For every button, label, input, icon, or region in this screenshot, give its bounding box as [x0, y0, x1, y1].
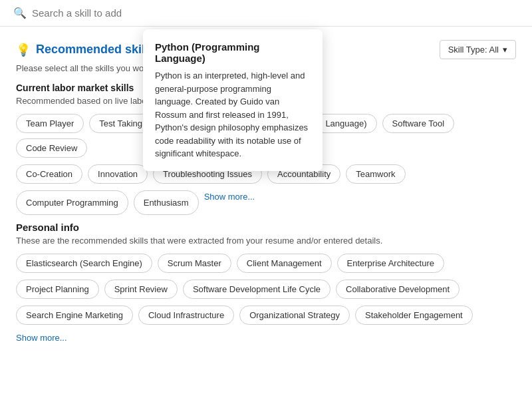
tag-co-creation[interactable]: Co-Creation — [16, 164, 82, 184]
skill-type-button[interactable]: Skill Type: All ▾ — [440, 40, 516, 59]
python-popover: Python (Programming Language) Python is … — [143, 29, 323, 171]
tag-stakeholder-engagement[interactable]: Stakeholder Engagement — [355, 305, 473, 325]
popover-title: Python (Programming Language) — [155, 41, 311, 64]
tag-enthusiasm[interactable]: Enthusiasm — [134, 190, 199, 215]
tag-code-review[interactable]: Code Review — [16, 138, 87, 158]
search-icon: 🔍 — [13, 7, 27, 19]
tag-client-management[interactable]: Client Management — [237, 254, 332, 273]
personal-info-section: Personal info These are the recommended … — [16, 222, 516, 356]
tag-project-planning[interactable]: Project Planning — [16, 280, 99, 299]
tag-sem[interactable]: Search Engine Marketing — [16, 305, 133, 325]
tag-organizational-strategy[interactable]: Organizational Strategy — [239, 305, 350, 325]
tag-teamwork[interactable]: Teamwork — [346, 164, 405, 184]
personal-info-tags-row-2: Project Planning Sprint Review Software … — [16, 280, 516, 299]
tag-elasticsearch[interactable]: Elasticsearch (Search Engine) — [16, 254, 152, 273]
tag-team-player[interactable]: Team Player — [16, 114, 84, 133]
personal-info-tags-row-1: Elasticsearch (Search Engine) Scrum Mast… — [16, 254, 516, 273]
labor-market-show-more[interactable]: Show more... — [204, 192, 255, 202]
tag-computer-programming[interactable]: Computer Programming — [16, 190, 128, 215]
bulb-icon: 💡 — [16, 43, 31, 57]
search-bar: 🔍 — [0, 0, 532, 27]
tag-scrum-master[interactable]: Scrum Master — [158, 254, 231, 273]
personal-info-desc: These are the recommended skills that we… — [16, 236, 516, 246]
personal-info-title: Personal info — [16, 222, 516, 233]
tag-cloud-infrastructure[interactable]: Cloud Infrastructure — [138, 305, 234, 325]
tag-sdlc[interactable]: Software Development Life Cycle — [183, 280, 331, 299]
recommended-section-title: 💡 Recommended skills — [16, 43, 155, 57]
tag-software-tool[interactable]: Software Tool — [382, 114, 455, 133]
personal-info-tags-row-3: Search Engine Marketing Cloud Infrastruc… — [16, 305, 516, 325]
chevron-down-icon: ▾ — [503, 45, 507, 55]
tag-enterprise-architecture[interactable]: Enterprise Architecture — [337, 254, 445, 273]
tag-collaborative-dev[interactable]: Collaborative Development — [336, 280, 460, 299]
labor-market-tags-row-3: Computer Programming Enthusiasm Show mor… — [16, 190, 516, 215]
tag-innovation[interactable]: Innovation — [88, 164, 148, 184]
popover-body: Python is an interpreted, high-level and… — [155, 69, 311, 160]
search-input[interactable] — [32, 7, 231, 19]
tag-sprint-review[interactable]: Sprint Review — [104, 280, 178, 299]
personal-info-show-more[interactable]: Show more... — [16, 333, 67, 343]
